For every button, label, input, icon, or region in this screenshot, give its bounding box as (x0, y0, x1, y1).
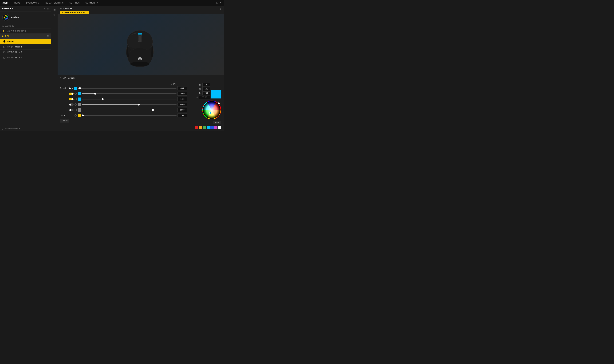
dpi-row-2-toggle[interactable] (69, 92, 74, 95)
color-wheel-container[interactable] (202, 100, 221, 119)
dpi-row-2-color[interactable] (78, 92, 81, 95)
dpi-row-sniper-slider[interactable] (82, 115, 177, 116)
nav-community[interactable]: COMMUNITY (83, 0, 101, 6)
swatch-blue[interactable] (210, 126, 214, 129)
sidebar-actions-section[interactable]: A ACTIONS (0, 23, 51, 28)
basic-button[interactable]: Basic (213, 121, 221, 124)
dpi-row-2-value[interactable]: 1,000 (178, 92, 187, 96)
dpi-config-label: DPI (63, 77, 66, 79)
dpi-row-default-radio[interactable] (69, 87, 71, 89)
svg-rect-5 (139, 36, 141, 41)
red-value[interactable]: 0 (202, 83, 210, 87)
device-tab-harpoon[interactable]: HARPOON RGB WIRELES... (60, 11, 89, 14)
dpi-mode-hw1[interactable]: HW DPI Mode 1 (0, 44, 51, 50)
performance-icon: ⎯ (2, 128, 3, 130)
dpi-row-sniper-color[interactable] (78, 114, 81, 117)
dpi-row-3-color[interactable] (78, 98, 81, 101)
blue-value[interactable]: 255 (202, 91, 210, 95)
sidebar-dpi-header[interactable]: ▶ DPI + ☰ (0, 34, 51, 39)
dpi-row-2: 1,000 (60, 92, 187, 96)
svg-point-12 (203, 101, 221, 119)
dpi-row-default-slider[interactable] (78, 88, 177, 89)
dpi-row-2-slider[interactable] (82, 93, 177, 94)
nav-settings[interactable]: SETTINGS (67, 0, 83, 6)
copy-action-button[interactable]: ▣ (52, 7, 57, 12)
dpi-radio-default (3, 40, 5, 42)
dpi-mode-hw3[interactable]: HW DPI Mode 3 (0, 55, 51, 60)
nav-home[interactable]: HOME (12, 0, 23, 6)
dpi-row-sniper-value[interactable]: 200 (178, 114, 187, 117)
hex-value[interactable]: 00bfff (199, 96, 210, 99)
dpi-mode-hw1-label: HW DPI Mode 1 (7, 46, 22, 48)
dpi-radio-hw2 (3, 51, 5, 53)
mouse-image (115, 22, 166, 67)
color-swatches (189, 126, 221, 129)
dpi-row-sniper-radio[interactable] (75, 114, 77, 117)
dpi-row-4-toggle[interactable] (69, 104, 74, 106)
dpi-row-2-radio[interactable] (75, 92, 77, 95)
dpi-default-button[interactable]: Default (60, 119, 69, 122)
close-button[interactable]: × (220, 2, 222, 4)
color-wheel[interactable] (202, 100, 221, 119)
dpi-row-3-slider[interactable] (82, 99, 177, 99)
color-preview-swatch[interactable] (211, 90, 221, 98)
dpi-row-5-toggle[interactable] (69, 109, 74, 111)
dpi-row-5-slider[interactable] (82, 110, 177, 110)
dpi-row-3-radio[interactable] (75, 98, 77, 100)
dpi-row-5: 9,000 (60, 108, 187, 112)
titlebar-controls: − □ × (213, 2, 222, 4)
profile-icon (2, 14, 9, 21)
dpi-row-4-slider[interactable] (82, 104, 177, 105)
content-area: ☷ DEVICES ⋮ HARPOON RGB WIRELES... (58, 6, 224, 131)
dpi-row-4: 6,000 (60, 103, 187, 106)
minimize-button[interactable]: − (213, 2, 215, 4)
dpi-row-5-color[interactable] (78, 108, 81, 112)
dpi-row-default-color[interactable] (74, 87, 77, 90)
devices-grid-icon[interactable]: ⋮ (220, 7, 222, 10)
floating-actions: ▣ 🗑 (51, 6, 58, 131)
green-value[interactable]: 191 (202, 87, 210, 91)
dpi-mode-default-label: Default (7, 40, 14, 42)
dpi-row-3-toggle[interactable] (69, 98, 74, 100)
blue-label: B (199, 92, 201, 94)
dpi-row-default-play[interactable]: ▶ (72, 87, 73, 89)
sidebar-lighting-section[interactable]: ⚡ LIGHTING EFFECTS (0, 28, 51, 34)
add-profile-button[interactable]: + (44, 7, 45, 10)
lighting-icon: ⚡ (2, 30, 5, 32)
swatch-white[interactable] (218, 126, 221, 129)
dpi-radio-hw3 (3, 57, 5, 59)
devices-header: ☷ DEVICES ⋮ (58, 6, 224, 10)
dpi-row-4-color[interactable] (78, 103, 81, 106)
swatch-purple[interactable] (214, 126, 217, 129)
nav-instant-lighting[interactable]: INSTANT LIGHTING (42, 0, 66, 6)
dpi-mode-default[interactable]: Default (0, 39, 51, 44)
dpi-menu-button[interactable]: ☰ (47, 35, 49, 37)
profile-item[interactable]: Profile 4 (0, 12, 51, 23)
lighting-label: LIGHTING EFFECTS (7, 30, 26, 32)
dpi-row-3-value[interactable]: 1,400 (178, 97, 187, 101)
dpi-mode-hw2[interactable]: HW DPI Mode 2 (0, 50, 51, 55)
swatch-orange[interactable] (199, 126, 202, 129)
red-label: R (199, 84, 201, 86)
color-wheel-selector[interactable] (209, 112, 211, 114)
dpi-sliders: XY DPI Default ▶ 400 (60, 83, 187, 129)
delete-action-button[interactable]: 🗑 (52, 13, 57, 17)
swatch-green[interactable] (203, 126, 206, 129)
dpi-header-icon: ▶ (2, 35, 4, 37)
swatch-red[interactable] (195, 126, 198, 129)
dpi-row-5-value[interactable]: 9,000 (178, 108, 187, 112)
add-dpi-button[interactable]: + (44, 35, 46, 37)
maximize-button[interactable]: □ (216, 2, 218, 4)
dpi-row-default-value[interactable]: 400 (178, 86, 187, 90)
profiles-title: PROFILES (2, 8, 44, 10)
nav-dashboard[interactable]: DASHBOARD (23, 0, 42, 6)
dpi-row-4-value[interactable]: 6,000 (178, 103, 187, 106)
dpi-row-5-radio[interactable] (75, 109, 77, 111)
svg-rect-6 (138, 33, 142, 35)
color-wheel-white-point[interactable] (218, 103, 220, 104)
swatch-cyan[interactable] (207, 126, 210, 129)
dpi-config-mode-name: Default (68, 77, 74, 79)
dpi-row-4-radio[interactable] (75, 104, 77, 106)
profiles-menu-button[interactable]: ☰ (47, 7, 49, 10)
sidebar-performance-section[interactable]: ⎯ PERFORMANCE (0, 126, 51, 131)
